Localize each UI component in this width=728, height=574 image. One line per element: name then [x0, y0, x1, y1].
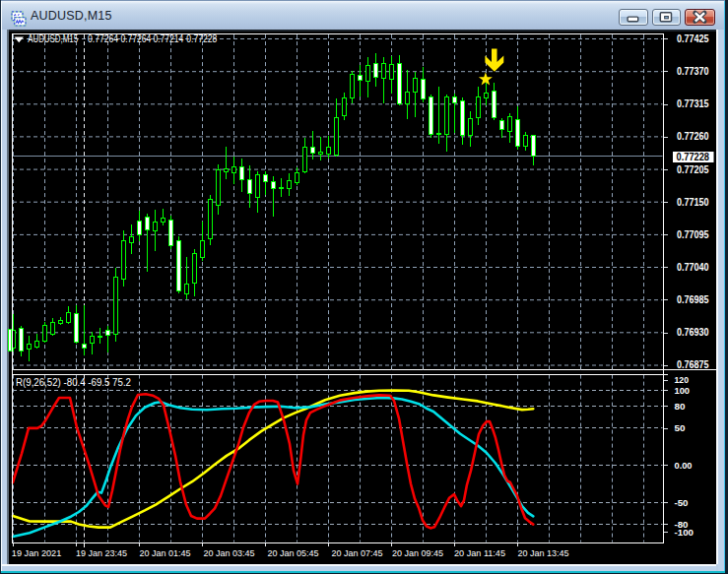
svg-text:100: 100 — [675, 385, 691, 396]
svg-text:0.00: 0.00 — [675, 460, 693, 471]
svg-text:20 Jan 03:45: 20 Jan 03:45 — [204, 547, 255, 558]
svg-text:0.77205: 0.77205 — [677, 163, 709, 175]
svg-text:20 Jan 13:45: 20 Jan 13:45 — [518, 547, 569, 558]
svg-text:20 Jan 05:45: 20 Jan 05:45 — [268, 547, 319, 558]
svg-text:R(9,26,52) -80.4 -69.5 75.2: R(9,26,52) -80.4 -69.5 75.2 — [16, 377, 131, 388]
svg-text:20 Jan 11:45: 20 Jan 11:45 — [454, 547, 505, 558]
svg-text:19 Jan 23:45: 19 Jan 23:45 — [76, 547, 127, 558]
svg-text:-50: -50 — [675, 497, 689, 508]
svg-text:0.77214: 0.77214 — [153, 33, 183, 44]
svg-text:0.77228: 0.77228 — [186, 33, 217, 44]
svg-text:0.77228: 0.77228 — [677, 151, 710, 162]
svg-text:80: 80 — [675, 401, 686, 412]
svg-text:0.77264: 0.77264 — [88, 33, 118, 44]
svg-text:AUDUSD,M15: AUDUSD,M15 — [28, 33, 78, 44]
svg-text:0.77095: 0.77095 — [677, 228, 709, 240]
svg-text:19 Jan 2021: 19 Jan 2021 — [12, 547, 62, 558]
svg-text:0.76930: 0.76930 — [677, 326, 709, 338]
svg-text:0.77040: 0.77040 — [677, 261, 709, 273]
svg-text:0.76985: 0.76985 — [677, 293, 709, 305]
svg-text:0.77370: 0.77370 — [677, 65, 709, 77]
svg-text:20 Jan 09:45: 20 Jan 09:45 — [392, 547, 443, 558]
svg-text:-100: -100 — [675, 527, 695, 538]
svg-text:0.76875: 0.76875 — [677, 358, 709, 370]
svg-text:0.77150: 0.77150 — [677, 196, 709, 208]
svg-text:0.77264: 0.77264 — [120, 33, 151, 44]
svg-text:50: 50 — [675, 422, 686, 433]
svg-text:0.77260: 0.77260 — [677, 130, 709, 142]
svg-text:20 Jan 01:45: 20 Jan 01:45 — [140, 547, 191, 558]
svg-text:20 Jan 07:45: 20 Jan 07:45 — [332, 547, 383, 558]
svg-text:0.77425: 0.77425 — [677, 32, 709, 44]
svg-text:0.77315: 0.77315 — [677, 97, 709, 109]
